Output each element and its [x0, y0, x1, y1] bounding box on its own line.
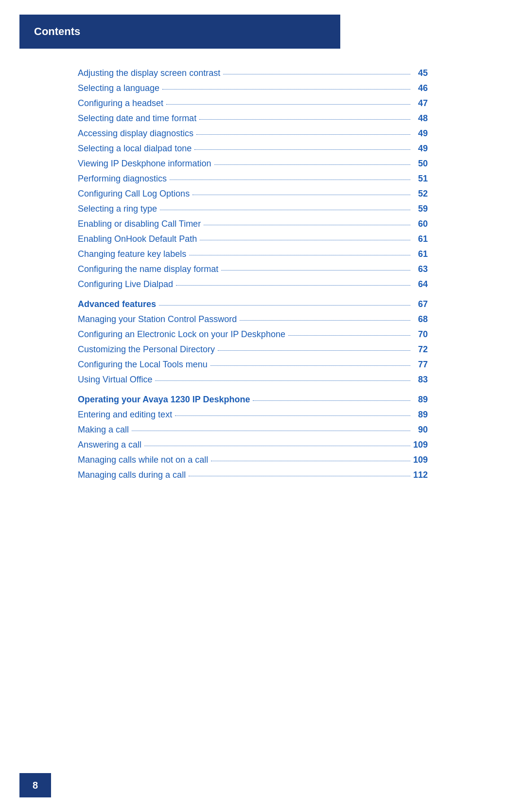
toc-item: Customizing the Personal Directory 72 — [78, 344, 428, 355]
toc-item: Selecting a ring type 59 — [78, 204, 428, 214]
toc-dots — [176, 285, 410, 286]
toc-link[interactable]: Adjusting the display screen contrast — [78, 68, 220, 78]
toc-content: Adjusting the display screen contrast 45… — [78, 68, 428, 480]
toc-item: Performing diagnostics 51 — [78, 174, 428, 184]
toc-dots — [162, 89, 410, 90]
toc-page: 59 — [413, 204, 428, 214]
toc-dots — [199, 119, 410, 120]
toc-dots — [204, 225, 410, 225]
toc-item: Managing your Station Control Password 6… — [78, 314, 428, 325]
toc-dots — [166, 104, 410, 105]
toc-link[interactable]: Selecting a local dialpad tone — [78, 144, 192, 154]
toc-dots — [144, 446, 410, 446]
toc-page: 52 — [413, 189, 428, 199]
toc-item: Managing calls during a call 112 — [78, 470, 428, 480]
toc-section-page: 67 — [413, 299, 428, 309]
toc-dots — [194, 149, 410, 150]
toc-link[interactable]: Selecting date and time format — [78, 113, 196, 124]
toc-page: 61 — [413, 234, 428, 244]
toc-section-header: Advanced features 67 — [78, 299, 428, 309]
toc-dots — [210, 365, 410, 366]
toc-page: 63 — [413, 264, 428, 274]
toc-link[interactable]: Accessing display diagnostics — [78, 128, 193, 139]
page-number-box: 8 — [19, 773, 51, 797]
header-bar: Contents — [19, 15, 340, 49]
toc-link[interactable]: Configuring Live Dialpad — [78, 279, 173, 289]
toc-page: 68 — [413, 314, 428, 325]
toc-page: 45 — [413, 68, 428, 78]
toc-item: Viewing IP Deskphone information 50 — [78, 159, 428, 169]
toc-link[interactable]: Configuring Call Log Options — [78, 189, 190, 199]
toc-page: 50 — [413, 159, 428, 169]
toc-link[interactable]: Managing your Station Control Password — [78, 314, 237, 325]
toc-item: Configuring the Local Tools menu 77 — [78, 360, 428, 370]
toc-link[interactable]: Enabling or disabling Call Timer — [78, 219, 201, 229]
toc-link[interactable]: Answering a call — [78, 440, 141, 450]
toc-page: 112 — [413, 470, 428, 480]
toc-dots — [155, 380, 410, 381]
toc-item: Enabling or disabling Call Timer 60 — [78, 219, 428, 229]
toc-dots — [214, 164, 411, 165]
toc-link[interactable]: Configuring a headset — [78, 98, 163, 108]
toc-item: Enabling OnHook Default Path 61 — [78, 234, 428, 244]
toc-item: Configuring Call Log Options 52 — [78, 189, 428, 199]
toc-item: Entering and editing text 89 — [78, 410, 428, 420]
toc-item: Accessing display diagnostics 49 — [78, 128, 428, 139]
header-title: Contents — [34, 25, 80, 38]
toc-page: 72 — [413, 344, 428, 355]
toc-dots — [200, 240, 410, 240]
toc-link[interactable]: Enabling OnHook Default Path — [78, 234, 197, 244]
toc-item: Selecting a language 46 — [78, 83, 428, 93]
toc-link[interactable]: Selecting a language — [78, 83, 159, 93]
toc-page: 64 — [413, 279, 428, 289]
toc-dots — [240, 320, 410, 321]
toc-dots — [160, 210, 410, 210]
toc-item: Using Virtual Office 83 — [78, 375, 428, 385]
toc-dots — [196, 134, 410, 135]
toc-dots — [223, 74, 410, 74]
toc-link[interactable]: Managing calls during a call — [78, 470, 186, 480]
toc-page: 109 — [413, 455, 428, 465]
toc-page: 48 — [413, 113, 428, 124]
toc-link[interactable]: Performing diagnostics — [78, 174, 167, 184]
toc-page: 109 — [413, 440, 428, 450]
toc-section-link[interactable]: Advanced features — [78, 299, 156, 309]
toc-page: 83 — [413, 375, 428, 385]
toc-link[interactable]: Changing feature key labels — [78, 249, 186, 259]
toc-item: Making a call 90 — [78, 425, 428, 435]
toc-page: 89 — [413, 410, 428, 420]
toc-page: 77 — [413, 360, 428, 370]
toc-dots — [189, 255, 410, 255]
toc-dots — [175, 415, 410, 416]
toc-item: Adjusting the display screen contrast 45 — [78, 68, 428, 78]
toc-link[interactable]: Using Virtual Office — [78, 375, 152, 385]
toc-section-link[interactable]: Operating your Avaya 1230 IP Deskphone — [78, 395, 250, 405]
toc-link[interactable]: Configuring the Local Tools menu — [78, 360, 208, 370]
toc-dots — [288, 335, 410, 336]
toc-page: 70 — [413, 329, 428, 340]
toc-dots — [189, 476, 410, 476]
toc-link[interactable]: Entering and editing text — [78, 410, 172, 420]
toc-dots — [218, 350, 410, 351]
toc-link[interactable]: Making a call — [78, 425, 129, 435]
toc-link[interactable]: Configuring an Electronic Lock on your I… — [78, 329, 285, 340]
toc-item: Configuring the name display format 63 — [78, 264, 428, 274]
toc-item: Managing calls while not on a call 109 — [78, 455, 428, 465]
toc-link[interactable]: Customizing the Personal Directory — [78, 344, 215, 355]
toc-page: 90 — [413, 425, 428, 435]
toc-item: Selecting a local dialpad tone 49 — [78, 144, 428, 154]
toc-section-dots — [253, 400, 410, 401]
toc-link[interactable]: Managing calls while not on a call — [78, 455, 208, 465]
toc-dots — [132, 431, 410, 431]
toc-page: 49 — [413, 128, 428, 139]
page-number: 8 — [33, 780, 38, 791]
toc-link[interactable]: Selecting a ring type — [78, 204, 157, 214]
toc-dots — [170, 180, 410, 180]
toc-link[interactable]: Viewing IP Deskphone information — [78, 159, 211, 169]
toc-page: 60 — [413, 219, 428, 229]
toc-link[interactable]: Configuring the name display format — [78, 264, 218, 274]
toc-page: 61 — [413, 249, 428, 259]
toc-page: 49 — [413, 144, 428, 154]
toc-section-header: Operating your Avaya 1230 IP Deskphone 8… — [78, 395, 428, 405]
toc-dots — [221, 270, 410, 271]
